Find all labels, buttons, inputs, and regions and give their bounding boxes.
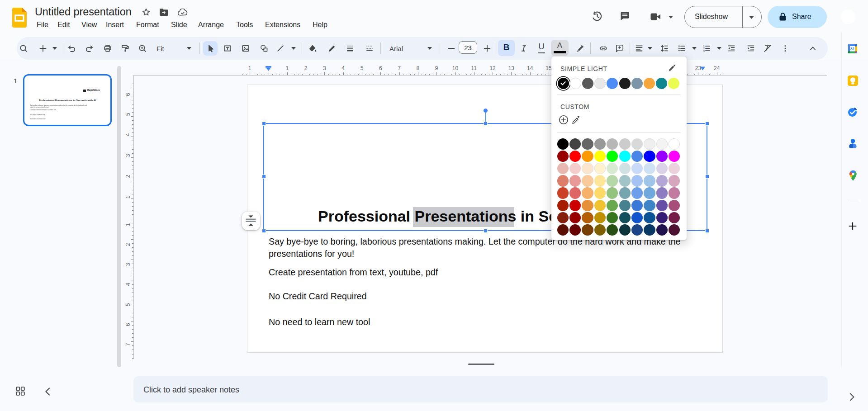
svg-text:31: 31 xyxy=(850,47,855,51)
svg-text:3: 3 xyxy=(703,50,705,52)
